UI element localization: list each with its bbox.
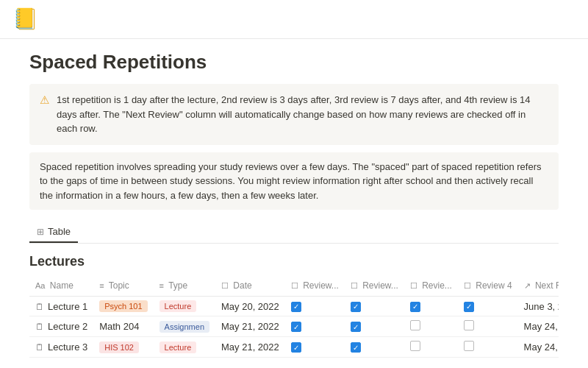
type-tag: Assignmen [159,321,209,333]
col-type: ≡ Type [154,275,215,297]
checkbox-r1[interactable] [291,322,301,332]
cell-r3 [404,297,458,316]
col-next-review: ↗ Next Review [518,275,559,297]
cell-name[interactable]: 🗒Lecture 3 [29,337,93,358]
row-doc-icon: 🗒 [35,302,44,312]
tab-table-label: Table [48,226,71,237]
cell-name[interactable]: 🗒Lecture 2 [29,316,93,337]
lectures-section-title: Lectures [29,254,559,269]
table-row: 🗒Lecture 3HIS 102LectureMay 21, 2022May … [29,337,559,358]
top-bar: 📒 [0,0,588,39]
col-r2-icon: ☐ [351,281,358,290]
table-header-row: Aa Name ≡ Topic ≡ Type ☐ Date [29,275,559,297]
info-box-2: Spaced repetition involves spreading you… [29,152,559,210]
lectures-table-container: Aa Name ≡ Topic ≡ Type ☐ Date [29,275,559,358]
lectures-table: Aa Name ≡ Topic ≡ Type ☐ Date [29,275,559,358]
table-row: 🗒Lecture 2Math 204AssignmenMay 21, 2022M… [29,316,559,337]
table-icon: ⊞ [37,227,44,237]
cell-date: May 21, 2022 [215,337,285,358]
col-r4-icon: ☐ [464,281,471,290]
checkbox-r4[interactable] [464,302,474,312]
col-r3-icon: ☐ [410,281,417,290]
col-name: Aa Name [29,275,93,297]
cell-topic: HIS 102 [93,337,153,358]
cell-r3 [404,316,458,337]
checkbox-r4[interactable] [464,341,474,351]
col-name-icon: Aa [35,281,45,290]
checkbox-r1[interactable] [291,342,301,353]
col-topic-icon: ≡ [99,281,104,290]
topic-text: Math 204 [99,321,139,332]
cell-next-review: May 24, 2022 [518,337,559,358]
row-doc-icon: 🗒 [35,322,44,332]
cell-type: Lecture [154,337,215,358]
col-r1: ☐ Review... [285,275,345,297]
cell-topic: Psych 101 [93,297,153,316]
type-tag: Lecture [159,300,197,312]
cell-date: May 20, 2022 [215,297,285,316]
new-row-button[interactable]: + + New [29,364,559,368]
cell-date: May 21, 2022 [215,316,285,337]
checkbox-r4[interactable] [464,320,474,330]
cell-r2 [345,337,404,358]
warning-icon-1: ⚠ [40,93,49,107]
col-date-icon: ☐ [221,281,229,290]
checkbox-r3[interactable] [410,302,420,312]
checkbox-r1[interactable] [291,302,301,312]
view-tabs: ⊞ Table [29,222,559,244]
checkbox-r2[interactable] [351,322,361,332]
cell-r1 [285,297,345,316]
col-topic: ≡ Topic [93,275,153,297]
cell-r2 [345,297,404,316]
col-date: ☐ Date [215,275,285,297]
cell-name[interactable]: 🗒Lecture 1 [29,297,93,316]
book-icon: 📒 [12,6,38,32]
cell-r4 [458,297,518,316]
page-title: Spaced Repetitions [29,51,559,74]
checkbox-r2[interactable] [351,342,361,353]
type-tag: Lecture [159,342,197,353]
checkbox-r3[interactable] [410,320,420,330]
checkbox-r2[interactable] [351,302,361,312]
topic-tag: Psych 101 [99,300,147,312]
cell-topic: Math 204 [93,316,153,337]
info-text-1: 1st repetition is 1 day after the lectur… [57,93,548,136]
col-r1-icon: ☐ [291,281,298,290]
row-name-text: Lecture 1 [48,301,87,312]
cell-next-review: June 3, 2022 [518,297,559,316]
cell-next-review: May 24, 2022 [518,316,559,337]
cell-r3 [404,337,458,358]
cell-r2 [345,316,404,337]
cell-r4 [458,337,518,358]
checkbox-r3[interactable] [410,341,420,351]
tab-table[interactable]: ⊞ Table [29,222,78,243]
topic-tag: HIS 102 [99,342,139,353]
cell-r1 [285,337,345,358]
info-box-1: ⚠ 1st repetition is 1 day after the lect… [29,84,559,145]
col-r4: ☐ Review 4 [458,275,518,297]
main-content: Spaced Repetitions ⚠ 1st repetition is 1… [0,39,588,368]
row-name-text: Lecture 3 [48,342,87,353]
cell-r1 [285,316,345,337]
col-r3: ☐ Revie... [404,275,458,297]
row-name-text: Lecture 2 [48,321,87,332]
col-next-icon: ↗ [524,281,531,290]
cell-type: Lecture [154,297,215,316]
col-type-icon: ≡ [159,281,164,290]
table-row: 🗒Lecture 1Psych 101LectureMay 20, 2022Ju… [29,297,559,316]
row-doc-icon: 🗒 [35,342,44,353]
cell-type: Assignmen [154,316,215,337]
cell-r4 [458,316,518,337]
col-r2: ☐ Review... [345,275,404,297]
